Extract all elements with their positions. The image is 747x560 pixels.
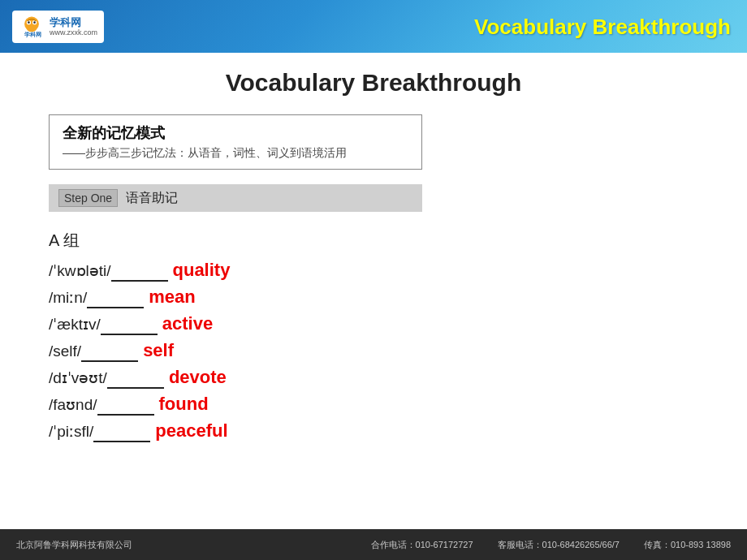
svg-point-5: [27, 24, 37, 32]
svg-point-4: [33, 21, 36, 24]
phonetic-5: /faʊnd/: [49, 395, 97, 414]
footer: 北京阿鲁学科网科技有限公司 合作电话：010-67172727 客服电话：010…: [0, 529, 747, 560]
svg-point-3: [28, 21, 30, 24]
vocab-item-1: /miːn/ mean: [49, 286, 698, 308]
blank-3: [81, 342, 138, 362]
step-label: Step One: [58, 189, 118, 207]
page-title: Vocabulary Breakthrough: [49, 69, 698, 97]
vocab-item-6: /ˈpiːsfl/ peaceful: [49, 420, 698, 442]
phonetic-4: /dɪˈvəʊt/: [49, 368, 107, 387]
answer-1: mean: [149, 286, 195, 308]
phonetic-6: /ˈpiːsfl/: [49, 422, 93, 441]
footer-company: 北京阿鲁学科网科技有限公司: [16, 539, 132, 551]
vocab-item-3: /self/ self: [49, 340, 698, 362]
vocab-list: /ˈkwɒləti/ quality/miːn/ mean/ˈæktɪv/ ac…: [49, 260, 698, 442]
phonetic-0: /ˈkwɒləti/: [49, 261, 111, 280]
vocab-item-2: /ˈæktɪv/ active: [49, 313, 698, 335]
blank-6: [93, 423, 150, 442]
blank-0: [111, 262, 168, 282]
phonetic-1: /miːn/: [49, 288, 87, 307]
info-box: 全新的记忆模式 ——步步高三步记忆法：从语音，词性、词义到语境活用: [49, 114, 422, 170]
phonetic-2: /ˈæktɪv/: [49, 315, 101, 334]
logo-text-area: 学科网 www.zxxk.com: [50, 16, 97, 37]
logo-area: 学科网 学科网 www.zxxk.com: [12, 11, 104, 43]
logo-subtext: www.zxxk.com: [50, 28, 97, 37]
header: 学科网 学科网 www.zxxk.com Vocabulary Breakthr…: [0, 0, 747, 53]
blank-1: [87, 289, 144, 308]
logo-icon: 学科网: [19, 14, 45, 40]
logo-name: 学科网: [50, 16, 97, 29]
answer-0: quality: [173, 260, 231, 281]
answer-3: self: [143, 340, 174, 361]
svg-text:学科网: 学科网: [24, 31, 41, 38]
footer-contacts: 合作电话：010-67172727 客服电话：010-68426265/66/7…: [371, 539, 731, 551]
footer-fax: 传真：010-893 13898: [644, 539, 731, 551]
blank-2: [101, 316, 158, 335]
info-box-subtitle: ——步步高三步记忆法：从语音，词性、词义到语境活用: [63, 146, 408, 161]
phonetic-3: /self/: [49, 342, 81, 360]
vocab-item-5: /faʊnd/ found: [49, 394, 698, 416]
answer-4: devote: [169, 367, 227, 388]
vocab-item-0: /ˈkwɒləti/ quality: [49, 260, 698, 282]
vocab-item-4: /dɪˈvəʊt/ devote: [49, 367, 698, 389]
footer-phone2: 客服电话：010-68426265/66/7: [498, 539, 620, 551]
header-title: Vocabulary Breakthrough: [474, 14, 731, 39]
answer-2: active: [162, 313, 213, 334]
logo-box: 学科网 学科网 www.zxxk.com: [12, 11, 104, 43]
footer-phone1: 合作电话：010-67172727: [371, 539, 473, 551]
step-bar: Step One 语音助记: [49, 184, 422, 212]
group-label: A 组: [49, 230, 698, 252]
step-content: 语音助记: [126, 190, 178, 207]
blank-5: [97, 396, 154, 416]
info-box-title: 全新的记忆模式: [63, 123, 408, 143]
blank-4: [107, 369, 164, 389]
answer-6: peaceful: [155, 420, 227, 442]
main-content: Vocabulary Breakthrough 全新的记忆模式 ——步步高三步记…: [0, 53, 747, 463]
answer-5: found: [159, 394, 209, 415]
